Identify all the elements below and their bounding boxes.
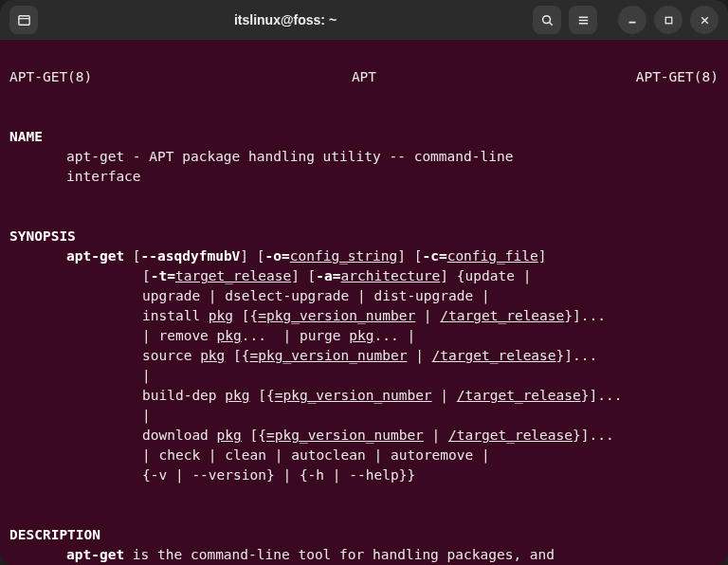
svg-line-3 [549, 22, 552, 25]
new-tab-button[interactable] [9, 6, 38, 34]
titlebar: itslinux@foss: ~ [0, 0, 728, 40]
terminal-content[interactable]: APT-GET(8)APTAPT-GET(8) NAME apt-get - A… [0, 40, 728, 565]
section-description: DESCRIPTION [9, 527, 100, 542]
man-header: APT-GET(8)APTAPT-GET(8) [9, 67, 719, 87]
svg-rect-0 [18, 15, 28, 24]
minimize-button[interactable] [618, 6, 646, 34]
synopsis-block: apt-get [--asqdyfmubV] [-o=config_string… [9, 246, 719, 485]
man-header-center: APT [352, 67, 376, 87]
description-text: apt-get is the command-line tool for han… [9, 545, 578, 565]
svg-point-2 [542, 15, 550, 23]
man-header-left: APT-GET(8) [9, 67, 92, 87]
maximize-button[interactable] [654, 6, 682, 34]
section-synopsis: SYNOPSIS [9, 228, 76, 244]
name-text: apt-get - APT package handling utility -… [9, 147, 521, 187]
close-button[interactable] [690, 6, 719, 34]
search-button[interactable] [533, 6, 561, 34]
man-header-right: APT-GET(8) [636, 67, 719, 87]
section-name: NAME [9, 129, 43, 144]
window-title: itslinux@foss: ~ [46, 12, 525, 27]
terminal-window: itslinux@foss: ~ APT-GET(8)APTAPT-GET(8)… [0, 0, 728, 565]
svg-rect-8 [665, 17, 672, 24]
menu-button[interactable] [569, 6, 597, 34]
